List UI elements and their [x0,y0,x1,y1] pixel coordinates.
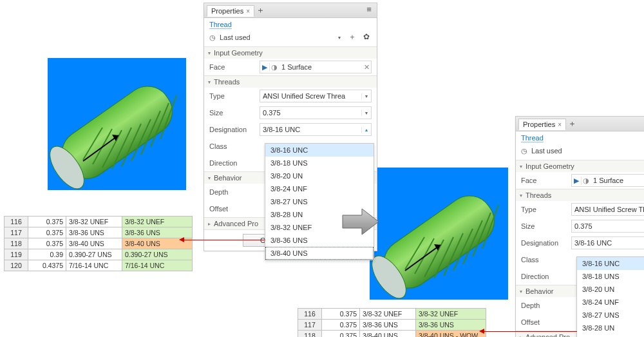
cell-designation-a[interactable]: 3/8-40 UNS [360,331,416,338]
viewport-right[interactable] [370,168,508,300]
cell-designation-a[interactable]: 3/8-40 UNS [66,238,122,249]
cell-designation-b[interactable]: 0.390-27 UNS [122,249,193,260]
size-value: 0.375 [572,222,644,230]
designation-dropdown-right[interactable]: 3/8-16 UNC3/8-18 UNS3/8-20 UN3/8-24 UNF3… [576,256,644,337]
close-icon[interactable]: × [246,8,250,15]
chevron-down-icon[interactable]: ▾ [361,110,371,116]
viewport-left[interactable] [48,58,186,190]
callout-line-left [184,240,265,240]
cell-designation-b[interactable]: 3/8-40 UNS - WOW [416,331,486,338]
chevron-down-icon[interactable]: ▾ [361,93,371,99]
table-row[interactable]: 1170.3753/8-36 UNS3/8-36 UNS [298,320,486,331]
designation-option[interactable]: 3/8-27 UNS [577,309,644,322]
section-title: Advanced Pro [526,333,570,337]
designation-option[interactable]: 3/8-40 UNS [265,247,374,260]
picker-icon[interactable]: ▶ [260,63,270,72]
cell-size[interactable]: 0.375 [322,320,360,331]
cell-designation-a[interactable]: 3/8-36 UNS [360,320,416,331]
cell-designation-b[interactable]: 7/16-14 UNC [122,260,193,271]
cell-size[interactable]: 0.375 [28,227,66,238]
cell-designation-b[interactable]: 3/8-32 UNEF [122,217,193,227]
cell-size[interactable]: 0.4375 [28,260,66,271]
table-row[interactable]: 1170.3753/8-36 UNS3/8-36 UNS [5,227,193,238]
cell-designation-a[interactable]: 3/8-32 UNEF [66,217,122,227]
type-value: ANSI Unified Screw Threa [572,206,644,213]
designation-option[interactable]: 3/8-32 UNEF [577,334,644,337]
preset-settings-icon[interactable]: ✿ [361,32,372,43]
designation-option[interactable]: 3/8-16 UNC [265,144,374,157]
chevron-up-icon[interactable]: ▴ [361,127,371,133]
designation-option[interactable]: 3/8-20 UN [265,169,374,182]
type-field[interactable]: ANSI Unified Screw Threa▾ [260,90,372,102]
section-title: Input Geometry [214,49,263,57]
designation-option[interactable]: 3/8-24 UNF [265,182,374,195]
size-field[interactable]: 0.375▾ [260,106,372,119]
designation-option[interactable]: 3/8-28 UN [577,322,644,334]
cell-designation-b[interactable]: 3/8-32 UNEF [416,309,486,320]
close-icon[interactable]: × [558,121,562,128]
table-row[interactable]: 1200.43757/16-14 UNC7/16-14 UNC [5,260,193,271]
cell-designation-a[interactable]: 0.390-27 UNS [66,249,122,260]
designation-option[interactable]: 3/8-20 UN [577,283,644,296]
table-row[interactable]: 1190.390.390-27 UNS0.390-27 UNS [5,249,193,260]
table-row[interactable]: 1160.3753/8-32 UNEF3/8-32 UNEF [298,309,486,320]
breadcrumb-thread[interactable]: Thread [521,134,544,142]
row-number: 119 [5,249,28,260]
face-field[interactable]: ▶◑1 Surface✕ [571,174,644,187]
section-threads[interactable]: ▾Threads [516,189,644,201]
designation-option[interactable]: 3/8-16 UNC [577,257,644,270]
table-row[interactable]: 1180.3753/8-40 UNS3/8-40 UNS - WOW [298,331,486,338]
add-tab-icon[interactable]: ＋ [256,5,266,16]
label-depth: Depth [209,188,260,196]
row-number: 117 [298,320,322,331]
designation-field[interactable]: 3/8-16 UNC▴ [260,123,372,136]
face-field[interactable]: ▶◑1 Surface✕ [260,61,372,73]
add-tab-icon[interactable]: ＋ [567,118,578,130]
clear-icon[interactable]: ✕ [362,63,371,72]
table-row[interactable]: 1180.3753/8-40 UNS3/8-40 UNS [5,238,193,249]
section-input-geometry[interactable]: ▾Input Geometry [516,160,644,172]
cell-designation-b[interactable]: 3/8-36 UNS [122,227,193,238]
cell-designation-b[interactable]: 3/8-36 UNS [416,320,486,331]
designation-field[interactable]: 3/8-16 UNC▴ [571,236,644,249]
label-size: Size [521,222,571,230]
row-number: 120 [5,260,28,271]
label-class: Class [209,142,260,150]
label-designation: Designation [521,239,571,247]
spreadsheet-left[interactable]: 1160.3753/8-32 UNEF3/8-32 UNEF1170.3753/… [4,216,193,271]
designation-dropdown-left[interactable]: 3/8-16 UNC3/8-18 UNS3/8-20 UN3/8-24 UNF3… [265,143,374,260]
spreadsheet-right[interactable]: 1160.3753/8-32 UNEF3/8-32 UNEF1170.3753/… [298,308,486,337]
breadcrumb-thread[interactable]: Thread [209,21,232,29]
section-title: Threads [526,191,551,199]
picker-icon[interactable]: ▶ [572,177,582,185]
cell-designation-a[interactable]: 3/8-36 UNS [66,227,122,238]
breadcrumb: Thread [516,131,644,143]
tab-properties[interactable]: Properties× [207,5,254,17]
preset-add-icon[interactable]: ＋ [347,32,357,43]
cell-size[interactable]: 0.375 [322,331,360,338]
cell-size[interactable]: 0.39 [28,249,66,260]
svg-marker-26 [343,209,379,235]
menu-icon[interactable]: ≡ [364,5,374,16]
section-input-geometry[interactable]: ▾Input Geometry [204,47,377,59]
tab-properties[interactable]: Properties× [518,119,566,130]
type-field[interactable]: ANSI Unified Screw Threa▾ [571,203,644,216]
table-row[interactable]: 1160.3753/8-32 UNEF3/8-32 UNEF [5,217,193,227]
label-class: Class [521,256,571,264]
cell-size[interactable]: 0.375 [28,217,66,227]
cell-designation-a[interactable]: 3/8-32 UNEF [360,309,416,320]
cell-size[interactable]: 0.375 [322,309,360,320]
size-field[interactable]: 0.375▾ [571,220,644,233]
chevron-down-icon: ▾ [208,50,211,56]
callout-arrowhead-right [479,329,484,334]
designation-option[interactable]: 3/8-24 UNF [577,296,644,309]
cell-size[interactable]: 0.375 [28,238,66,249]
cell-designation-a[interactable]: 7/16-14 UNC [66,260,122,271]
section-threads[interactable]: ▾Threads [204,76,377,88]
chevron-down-icon: ▾ [208,175,211,181]
section-title: Behavior [526,287,553,295]
breadcrumb: Thread [204,18,377,30]
designation-option[interactable]: 3/8-18 UNS [577,270,644,283]
designation-option[interactable]: 3/8-18 UNS [265,157,374,169]
preset-dropdown-icon[interactable]: ▾ [336,35,343,41]
